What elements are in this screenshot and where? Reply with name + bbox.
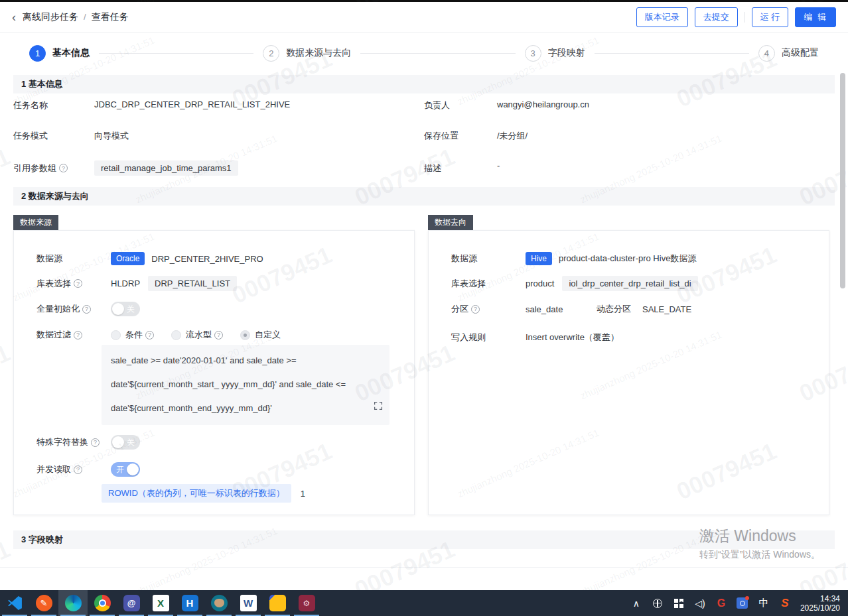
edit-button[interactable]: 编 辑 [795,7,836,27]
partition-row: 分区 ? sale_date 动态分区 SALE_DATE [451,303,823,315]
help-icon[interactable]: ? [74,465,82,474]
step-4-circle[interactable]: 4 [758,45,775,62]
target-panel-tab: 数据去向 [428,215,473,230]
step-3-label: 字段映射 [548,47,585,59]
custom-filter-textarea[interactable]: sale_date >= date'2020-01-01' and sale_d… [102,345,389,425]
toggle-knob [112,436,124,448]
partition-field-value: sale_date [526,304,597,314]
taskbar-pencil-app-icon[interactable]: ✎ [29,590,58,616]
expand-icon[interactable] [374,396,383,420]
taskbar-database-tool-icon[interactable]: ⚙ [292,590,321,616]
write-rule-label: 写入规则 [451,332,526,343]
step-source-target[interactable]: 2 数据来源与去向 [263,45,351,62]
write-rule-row: 写入规则 Insert overwrite（覆盖） [451,332,823,343]
help-icon[interactable]: ? [74,279,82,288]
step-connector [360,53,515,54]
target-datasource-label: 数据源 [451,253,526,265]
taskbar-clock[interactable]: 14:34 2025/10/20 [800,594,840,613]
help-icon[interactable]: ? [214,331,223,339]
help-icon[interactable]: ? [145,331,154,339]
wizard-stepper: 1 基本信息 2 数据来源与去向 3 字段映射 4 高级配置 [0,32,848,74]
step-3-circle[interactable]: 3 [525,45,541,62]
task-name-value: JDBC_DRP_CENTER_DRP_RETAIL_LIST_2HIVE [94,99,290,111]
help-icon[interactable]: ? [74,331,82,339]
tray-app-grid-icon[interactable] [673,597,685,609]
step-2-circle[interactable]: 2 [263,45,279,62]
target-datasource-value: product-data-cluster-pro Hive数据源 [559,253,696,265]
save-location-label: 保存位置 [424,130,497,142]
source-table-row: 库表选择 ? HLDRP DRP_RETAIL_LIST [36,276,408,291]
tray-sogou-icon[interactable]: S [779,597,791,609]
full-init-label: 全量初始化 ? [36,303,111,315]
step-connector [99,53,253,54]
radio-condition-label: 条件 ? [125,329,154,341]
back-icon[interactable]: ‹ [12,11,16,23]
section-1-title: 1 基本信息 [21,78,63,90]
source-table-chip[interactable]: DRP_RETAIL_LIST [148,276,237,291]
target-db-name: product [526,278,554,288]
rowid-select[interactable]: ROWID（表的伪列，可唯一标识表的行数据） [102,484,291,503]
section-source-target-header: 2 数据来源与去向 [13,187,835,206]
partition-label: 分区 ? [451,303,526,315]
full-init-row: 全量初始化 ? 关 [36,302,408,316]
step-basic-info[interactable]: 1 基本信息 [29,45,90,62]
taskbar-vscode-icon[interactable] [0,590,29,616]
submit-button[interactable]: 去提交 [695,7,738,27]
toggle-state-text: 关 [127,437,135,448]
taskbar-at-app-icon[interactable]: @ [117,590,146,616]
tray-volume-icon[interactable]: ◁) [694,597,706,609]
step-connector [595,53,749,54]
tray-notification-app-icon[interactable] [737,597,748,609]
partition-label-text: 分区 [451,303,468,315]
special-char-row: 特殊字符替换 ? 关 [36,435,408,450]
concurrent-read-row: 并发读取 ? 开 [36,462,408,477]
tray-ime-indicator[interactable]: 中 [758,597,770,609]
tray-network-icon[interactable] [652,597,664,609]
run-button[interactable]: 运 行 [752,7,789,27]
taskbar-blue-h-app-icon[interactable]: H [175,590,204,616]
toggle-knob [127,463,139,475]
help-icon[interactable]: ? [82,305,91,314]
concurrent-read-toggle[interactable]: 开 [111,462,140,477]
radio-dot [171,330,181,340]
toggle-state-text: 关 [127,304,135,315]
help-icon[interactable]: ? [91,438,100,447]
page-header: ‹ 离线同步任务 / 查看任务 版本记录 去提交 运 行 编 辑 [0,2,848,32]
tray-chevron-up-icon[interactable]: ∧ [630,597,642,609]
param-group-chip[interactable]: retail_manage_job_time_params1 [94,160,238,176]
radio-stream-label: 流水型 ? [186,329,223,341]
vertical-scrollbar-thumb[interactable] [840,73,845,288]
target-table-chip[interactable]: iol_drp_center_drp_retail_list_di [562,276,697,291]
data-filter-label-text: 数据过滤 [36,329,71,341]
section-2-title: 2 数据来源与去向 [21,190,89,202]
taskbar-apps: ✎ @ X H W ⚙ [0,590,321,616]
taskbar-foxmail-icon[interactable] [263,590,292,616]
radio-stream[interactable]: 流水型 ? [171,329,223,341]
step-1-circle[interactable]: 1 [29,45,46,62]
param-group-label-text: 引用参数组 [13,162,56,174]
taskbar-edge-icon[interactable] [58,590,88,616]
taskbar-chrome-icon[interactable] [88,590,117,616]
write-rule-value: Insert overwrite（覆盖） [526,332,619,343]
taskbar-excel-icon[interactable]: X [146,590,175,616]
radio-custom[interactable]: 自定义 [240,329,281,341]
target-datasource-row: 数据源 Hive product-data-cluster-pro Hive数据… [451,252,823,265]
taskbar-word-icon[interactable]: W [234,590,263,616]
concurrent-read-label-text: 并发读取 [36,463,71,475]
basic-info-form: 任务名称 JDBC_DRP_CENTER_DRP_RETAIL_LIST_2HI… [13,99,835,194]
toggle-knob [112,303,124,315]
breadcrumb-current: 查看任务 [92,11,129,23]
radio-condition[interactable]: 条件 ? [111,329,154,341]
field-save-location: 保存位置 /未分组/ [424,130,835,142]
help-icon[interactable]: ? [59,164,68,172]
step-advanced-config[interactable]: 4 高级配置 [758,45,819,62]
help-icon[interactable]: ? [471,305,480,314]
taskbar-dbeaver-icon[interactable] [204,590,234,616]
version-history-button[interactable]: 版本记录 [636,7,688,27]
step-field-mapping[interactable]: 3 字段映射 [525,45,585,62]
field-description: 描述 - [424,160,835,176]
breadcrumb-root[interactable]: 离线同步任务 [23,11,78,23]
special-char-toggle[interactable]: 关 [111,435,140,450]
full-init-toggle[interactable]: 关 [111,302,140,316]
tray-g-app-icon[interactable]: G [715,597,727,609]
